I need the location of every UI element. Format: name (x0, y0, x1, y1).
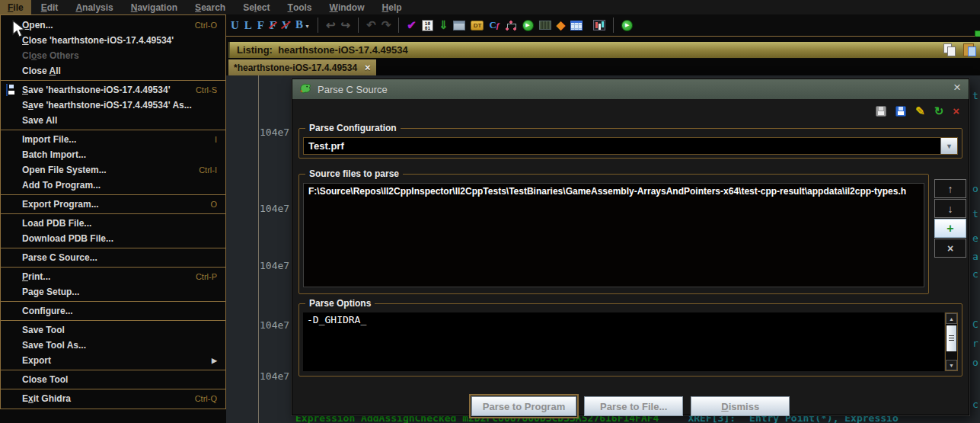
menu-item-configure[interactable]: Configure... (1, 303, 225, 319)
menu-item-label: Export Program... (22, 199, 99, 210)
underline-icon[interactable]: U (231, 19, 239, 31)
source-file-row[interactable]: F:\Source\Repos\Il2CppInspector\Il2CppTe… (304, 184, 924, 199)
c-parser-icon[interactable]: Cf (489, 19, 499, 31)
menu-item-save-tool[interactable]: Save Tool (1, 322, 225, 338)
menu-bar: FileEditAnalysisNavigationSearchSelectTo… (0, 0, 980, 14)
program-tab[interactable]: *hearthstone-iOS-17.4.49534 × (228, 59, 376, 75)
memory-map-icon[interactable] (539, 21, 551, 30)
function-icon[interactable]: F (257, 19, 264, 31)
scroll-up-icon[interactable]: ▲ (946, 313, 957, 324)
diamond-icon[interactable]: ◆ (557, 19, 566, 31)
remove-file-button[interactable]: × (934, 239, 966, 258)
run-icon[interactable]: ▶ (621, 20, 633, 31)
parse-to-program-button[interactable]: Parse to Program (471, 396, 576, 416)
menu-item-exit-ghidra[interactable]: Exit GhidraCtrl-Q (1, 391, 225, 406)
auto-analyze-icon[interactable]: ⇓ (439, 19, 449, 31)
menu-item-label: Open File System... (22, 165, 107, 175)
call-tree-icon[interactable] (505, 20, 517, 31)
edit-profile-icon[interactable]: ✎ (915, 105, 925, 117)
parse-configuration-group: Parse Configuration Test.prf ▼ (298, 128, 962, 159)
label-icon[interactable]: L (244, 19, 252, 31)
menubar-item-search[interactable]: Search (187, 0, 233, 14)
menu-item-open[interactable]: Open...Ctrl-O (1, 18, 225, 33)
parse-to-file-button[interactable]: Parse to File... (584, 396, 683, 416)
add-file-button[interactable]: + (934, 219, 966, 238)
menu-item-close-hearthstone-ios-17-4-49534[interactable]: Close 'hearthstone-iOS-17.4.49534' (1, 33, 225, 48)
menu-item-print[interactable]: Print...Ctrl-P (1, 269, 225, 284)
menu-shortcut: O (201, 200, 217, 209)
menu-item-download-pdb-file[interactable]: Download PDB File... (1, 231, 225, 246)
menu-item-save-all[interactable]: Save All (1, 113, 225, 128)
menu-separator (1, 80, 225, 81)
parse-configuration-label: Parse Configuration (305, 123, 401, 133)
dismiss-button[interactable]: Dismiss (691, 396, 790, 416)
listing-edge-char: a (972, 251, 978, 262)
run-script-icon[interactable]: ▶ (522, 20, 534, 31)
menubar-item-edit[interactable]: Edit (34, 0, 66, 14)
combobox-dropdown-button[interactable]: ▼ (940, 138, 957, 154)
tab-close-icon[interactable]: × (365, 62, 371, 73)
menu-item-import-file[interactable]: Import File...I (1, 132, 225, 147)
scrollbar-thumb[interactable] (946, 325, 956, 351)
listing-edge-char: c (972, 399, 978, 410)
menubar-item-file[interactable]: File (0, 0, 31, 14)
copy-icon[interactable] (943, 43, 956, 56)
menu-item-close-all[interactable]: Close All (1, 63, 225, 79)
menu-item-label: Exit Ghidra (22, 393, 71, 404)
menu-item-save-tool-as[interactable]: Save Tool As... (1, 338, 225, 353)
bookmark-icon[interactable]: B▼ (295, 18, 310, 33)
patch-in-icon: ↩ (326, 19, 336, 31)
menu-item-label: Import File... (22, 134, 76, 145)
menu-item-load-pdb-file[interactable]: Load PDB File... (1, 216, 225, 231)
menubar-item-select[interactable]: Select (235, 0, 277, 14)
menu-item-parse-c-source[interactable]: Parse C Source... (1, 250, 225, 265)
profile-combobox[interactable]: Test.prf ▼ (303, 137, 958, 155)
menubar-item-analysis[interactable]: Analysis (68, 0, 120, 14)
menu-item-export-program[interactable]: Export Program...O (1, 197, 225, 212)
options-scrollbar[interactable]: ▲ ▼ (945, 312, 958, 371)
data-type-manager-icon[interactable]: DT (471, 21, 484, 30)
source-file-list[interactable]: F:\Source\Repos\Il2CppInspector\Il2CppTe… (303, 183, 924, 287)
profile-combobox-value: Test.prf (304, 138, 940, 154)
validate-icon[interactable]: ✔ (407, 19, 417, 31)
menu-separator (1, 248, 225, 248)
table-view-icon[interactable] (570, 21, 583, 30)
menu-item-save-hearthstone-ios-17-4-49534[interactable]: Save 'hearthstone-iOS-17.4.49534'Ctrl-S (1, 82, 225, 98)
menubar-item-help[interactable]: Help (375, 0, 410, 14)
dialog-close-icon[interactable]: × (953, 80, 961, 95)
source-files-group: Source files to parse F:\Source\Repos\Il… (298, 174, 929, 294)
address-fragment: 104e7 (260, 260, 289, 271)
menu-item-add-to-program[interactable]: Add To Program... (1, 178, 225, 193)
dialog-titlebar[interactable]: Parse C Source × (292, 79, 969, 99)
menu-item-batch-import[interactable]: Batch Import... (1, 147, 225, 162)
parse-c-source-dialog: Parse C Source × ✎↻× Parse Configuration… (292, 79, 969, 415)
move-up-button[interactable]: ↑ (934, 179, 966, 198)
menu-item-close-tool[interactable]: Close Tool (1, 372, 225, 387)
menubar-item-navigation[interactable]: Navigation (123, 0, 185, 14)
function-graph-icon[interactable] (593, 20, 605, 30)
menu-item-label: Export (22, 355, 51, 366)
menu-item-open-file-system[interactable]: Open File System...Ctrl-I (1, 162, 225, 178)
refresh-icon[interactable]: ↻ (934, 105, 944, 117)
menubar-item-window[interactable]: Window (322, 0, 372, 14)
paste-icon[interactable] (962, 43, 975, 56)
listing-edge-char: o (972, 357, 978, 368)
clear-function-icon[interactable]: F (270, 19, 276, 31)
move-down-button[interactable]: ↓ (934, 199, 966, 218)
menu-item-save-hearthstone-ios-17-4-49534-as[interactable]: Save 'hearthstone-iOS-17.4.49534' As... (1, 98, 225, 113)
menu-item-export[interactable]: Export▶ (1, 353, 225, 368)
scroll-down-icon[interactable]: ▼ (946, 360, 957, 370)
address-fragment: 104e7 (260, 203, 289, 214)
parse-options-input[interactable]: -D_GHIDRA_ (303, 312, 944, 371)
chevron-down-icon: ▼ (946, 143, 953, 150)
menubar-item-tools[interactable]: Tools (280, 0, 320, 14)
save-profile-as-icon[interactable] (895, 106, 906, 117)
scrollbar-track[interactable] (946, 353, 957, 360)
clear-variable-icon[interactable]: V (282, 19, 290, 31)
delete-profile-icon[interactable]: × (953, 105, 959, 117)
menu-item-page-setup[interactable]: Page Setup... (1, 284, 225, 300)
file-menu: Open...Ctrl-OClose 'hearthstone-iOS-17.4… (0, 14, 226, 409)
binary-view-icon[interactable]: 1001 (422, 20, 433, 31)
listing-view-icon[interactable] (453, 21, 465, 30)
source-files-label: Source files to parse (305, 168, 403, 179)
